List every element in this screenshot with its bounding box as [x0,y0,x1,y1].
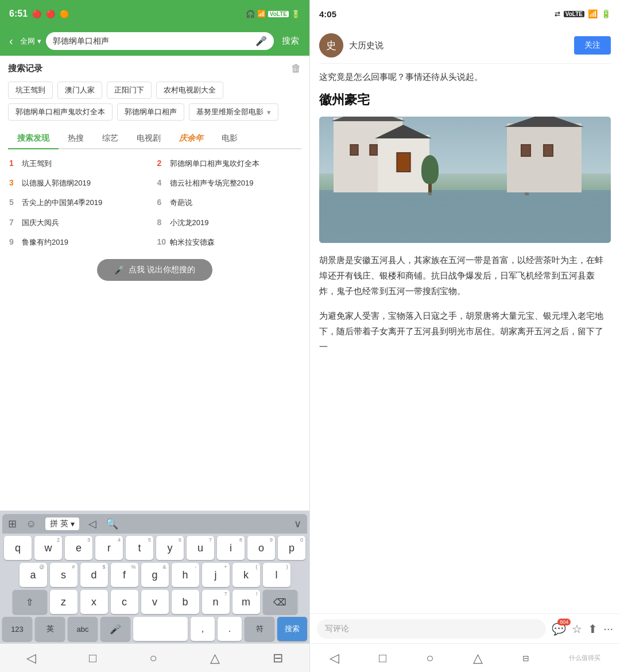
search-content: 搜索记录 🗑 坑王驾到 澳门人家 正阳门下 农村电视剧大全 郭德纲单口相声鬼吹灯… [0,56,309,511]
key-p[interactable]: p0 [278,536,305,560]
trend-num-4: 4 [157,178,166,187]
key-z[interactable]: z [50,590,78,614]
key-search-enter[interactable]: 搜索 [277,617,307,641]
search-input-wrap[interactable]: 郭德纲单口相声 🎤 [46,32,274,50]
search-button[interactable]: 搜索 [278,33,303,49]
key-comma[interactable]: , [191,617,215,641]
key-a[interactable]: a@ [20,563,47,587]
mic-icon-large: 🎤 [114,265,124,275]
tab-search-discover[interactable]: 搜索发现 [8,129,59,148]
nav-square-left[interactable]: □ [89,651,96,666]
nav-grid-left[interactable]: ⊟ [273,651,283,666]
key-x[interactable]: x [80,590,108,614]
nav-grid-right[interactable]: ⊟ [522,654,529,663]
key-v[interactable]: v [141,590,169,614]
key-delete[interactable]: ⌫ [263,590,297,614]
tab-tv[interactable]: 电视剧 [127,129,170,148]
nav-triangle-left[interactable]: △ [210,651,220,666]
nav-square-right[interactable]: □ [379,651,386,666]
key-t[interactable]: t5 [126,536,153,560]
key-j[interactable]: j+ [202,563,230,587]
tag-item[interactable]: 郭德纲单口相声鬼吹灯全本 [8,103,113,121]
key-o[interactable]: o9 [247,536,275,560]
delete-history-icon[interactable]: 🗑 [291,63,301,75]
star-icon[interactable]: ☆ [572,622,582,636]
status-icons-right: ⇄ VoLTE 📶 🔋 [555,9,611,18]
tab-special[interactable]: 庆余年 [170,129,212,148]
headphone-icon: 🎧 [246,10,255,18]
follow-button[interactable]: 关注 [574,36,611,55]
time-right: 4:05 [319,9,336,19]
key-m[interactable]: m! [232,590,260,614]
key-mic[interactable]: 🎤 [100,617,130,641]
tab-variety[interactable]: 综艺 [93,129,127,148]
mic-icon-search[interactable]: 🎤 [255,36,267,47]
key-r[interactable]: r4 [95,536,123,560]
key-row-1: q w2 e3 r4 t5 y6 u7 i8 o9 p0 [2,536,307,560]
key-chinese[interactable]: 英 [35,617,65,641]
back-button[interactable]: ‹ [7,32,16,50]
key-d[interactable]: d$ [80,563,108,587]
key-e[interactable]: e3 [65,536,92,560]
message-icon[interactable]: 💬 804 [552,622,566,636]
share-icon[interactable]: ⬆ [588,622,598,636]
tab-movies[interactable]: 电影 [212,129,247,148]
key-symbol[interactable]: 符 [245,617,274,641]
key-i[interactable]: i8 [217,536,245,560]
tag-item[interactable]: 农村电视剧大全 [156,82,223,99]
key-c[interactable]: c [111,590,138,614]
trend-item-2[interactable]: 2 郭德纲单口相声鬼吹灯全本 [156,156,302,171]
trend-text-10: 帕米拉安德森 [170,237,215,248]
nav-circle-right[interactable]: ○ [426,651,433,666]
trend-item-4[interactable]: 4 德云社相声专场完整2019 [156,176,302,191]
nav-triangle-right[interactable]: △ [473,651,483,666]
tag-item[interactable]: 正阳门下 [107,82,152,99]
nav-circle-left[interactable]: ○ [149,651,157,666]
key-s[interactable]: s# [50,563,78,587]
trend-item-10[interactable]: 10 帕米拉安德森 [156,235,302,250]
key-123[interactable]: 123 [2,617,32,641]
trend-item-5[interactable]: 5 舌尖上的中国第4季2019 [8,195,154,210]
author-name: 大历史说 [349,40,383,51]
key-q[interactable]: q [4,536,32,560]
tab-hot-search[interactable]: 热搜 [59,129,93,148]
kb-search-icon[interactable]: 🔍 [106,517,118,530]
key-h[interactable]: h- [172,563,199,587]
nav-back-left[interactable]: ◁ [26,651,36,666]
nav-back-right[interactable]: ◁ [330,651,339,666]
key-shift[interactable]: ⇧ [13,590,47,614]
trend-item-6[interactable]: 6 奇葩说 [156,195,302,210]
key-y[interactable]: y6 [156,536,184,560]
key-space[interactable] [133,617,188,641]
tag-item-expand[interactable]: 郭德纲单口相声 [117,103,184,121]
kb-collapse-icon[interactable]: ∨ [294,517,301,530]
trend-item-7[interactable]: 7 国庆大阅兵 [8,215,154,230]
kb-grid-icon[interactable]: ⊞ [8,517,17,530]
trend-item-8[interactable]: 8 小沈龙2019 [156,215,302,230]
search-dropdown[interactable]: 全网 ▾ [20,36,41,47]
key-n[interactable]: n? [202,590,230,614]
trend-item-9[interactable]: 9 鲁豫有约2019 [8,235,154,250]
key-l[interactable]: l) [263,563,290,587]
key-g[interactable]: g& [141,563,169,587]
key-u[interactable]: u7 [187,536,214,560]
volte-badge-right: VoLTE [564,11,584,17]
key-w[interactable]: w2 [34,536,62,560]
key-f[interactable]: f% [111,563,138,587]
trend-item-1[interactable]: 1 坑王驾到 [8,156,154,171]
tag-item[interactable]: 坑王驾到 [8,82,53,99]
tag-item[interactable]: 澳门人家 [57,82,102,99]
kb-back-icon[interactable]: ◁ [88,517,96,530]
key-b[interactable]: b [172,590,199,614]
key-abc[interactable]: abc [68,617,98,641]
voice-search-button[interactable]: 🎤 点我 说出你想搜的 [97,259,212,281]
comment-input[interactable]: 写评论 [317,619,546,639]
key-period[interactable]: . [218,617,242,641]
more-icon[interactable]: ··· [603,622,613,635]
key-k[interactable]: k( [232,563,260,587]
kb-lang-selector[interactable]: 拼 英 ▾ [45,517,79,530]
kb-emoji-icon[interactable]: ☺ [26,518,36,530]
kb-tool-left: ⊞ ☺ 拼 英 ▾ ◁ 🔍 [8,517,118,530]
trend-item-3[interactable]: 3 以德服人郭德纲2019 [8,176,154,191]
tag-item-more[interactable]: 基努里维斯全部电影 ▾ [189,103,278,121]
